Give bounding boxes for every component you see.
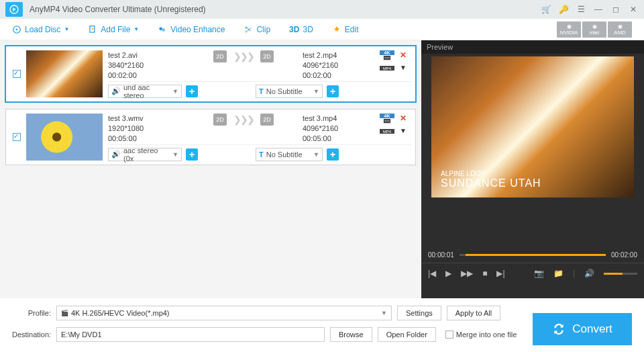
- item-checkbox[interactable]: [13, 133, 21, 141]
- dst-format-badge[interactable]: 2D: [260, 50, 274, 62]
- volume-icon[interactable]: 🔊: [584, 269, 594, 278]
- chevron-down-icon: ▼: [172, 151, 178, 158]
- browse-button[interactable]: Browse: [330, 327, 372, 342]
- add-subtitle-button[interactable]: +: [327, 148, 339, 161]
- video-enhance-label: Video Enhance: [170, 25, 225, 34]
- arrows-icon: ❯❯❯: [233, 51, 254, 62]
- svg-point-15: [388, 120, 390, 122]
- add-subtitle-button[interactable]: +: [327, 85, 339, 97]
- subtitle-value: No Subtitle: [266, 150, 303, 159]
- file-item[interactable]: test 3.wmv 1920*1080 00:05:00 2D ❯❯❯ 2D …: [5, 109, 416, 165]
- seek-bar[interactable]: [460, 254, 606, 256]
- load-disc-label: Load Disc: [25, 25, 60, 34]
- app-title: AnyMP4 Video Converter Ultimate (Unregis…: [30, 5, 206, 14]
- file-item[interactable]: test 2.avi 3840*2160 00:02:00 2D ❯❯❯ 2D …: [5, 46, 416, 102]
- svg-point-10: [386, 57, 388, 58]
- svg-point-11: [388, 57, 390, 58]
- close-icon[interactable]: ✕: [628, 4, 639, 15]
- preview-label: Preview: [421, 40, 644, 54]
- subtitle-value: No Subtitle: [266, 87, 303, 95]
- dst-format-badge[interactable]: 2D: [260, 114, 274, 126]
- stop-button[interactable]: ■: [482, 269, 487, 278]
- destination-label: Destination:: [12, 331, 51, 339]
- expand-item-button[interactable]: ▼: [400, 64, 407, 71]
- menu-icon[interactable]: ☰: [576, 4, 586, 15]
- convert-button[interactable]: Convert: [533, 313, 632, 345]
- add-file-button[interactable]: Add File ▼: [88, 25, 139, 34]
- minimize-icon[interactable]: —: [593, 4, 604, 15]
- audio-value: aac stereo (0x: [123, 146, 170, 163]
- fast-forward-button[interactable]: ▶▶: [461, 269, 473, 278]
- src-format-badge[interactable]: 2D: [213, 50, 227, 62]
- snapshot-button[interactable]: 📷: [534, 269, 544, 278]
- edit-button[interactable]: Edit: [332, 25, 359, 34]
- clip-label: Clip: [256, 25, 270, 34]
- subtitle-select[interactable]: T No Subtitle ▼: [256, 148, 323, 161]
- disc-icon: [12, 25, 21, 34]
- settings-button[interactable]: Settings: [397, 306, 441, 320]
- svg-point-2: [16, 28, 17, 30]
- profile-format-icon: 🎬: [61, 310, 68, 316]
- merge-checkbox[interactable]: Merge into one file: [445, 331, 517, 339]
- add-file-icon: [88, 25, 97, 34]
- time-total: 00:02:00: [611, 251, 637, 259]
- destination-input[interactable]: E:\My DVD1: [56, 327, 325, 342]
- profile-value: 4K H.265/HEVC Video(*.mp4): [71, 309, 170, 317]
- volume-slider[interactable]: [604, 273, 637, 275]
- edit-label: Edit: [345, 25, 359, 34]
- open-folder-button[interactable]: 📁: [553, 269, 564, 278]
- app-logo: [5, 2, 23, 17]
- load-disc-button[interactable]: Load Disc ▼: [12, 25, 69, 34]
- profile-label: Profile:: [12, 309, 51, 317]
- source-info: test 3.wmv 1920*1080 00:05:00: [108, 114, 184, 144]
- toolbar: Load Disc ▼ Add File ▼ Video Enhance Cli…: [0, 19, 644, 40]
- audio-track-select[interactable]: 🔊 aac stereo (0x ▼: [108, 148, 182, 161]
- remove-item-button[interactable]: ✕: [400, 114, 407, 123]
- next-button[interactable]: ▶|: [496, 269, 504, 278]
- chevron-down-icon: ▼: [381, 310, 387, 316]
- speaker-icon: 🔊: [111, 87, 121, 95]
- svg-point-9: [385, 57, 386, 58]
- arrows-icon: ❯❯❯: [233, 114, 254, 125]
- gpu-nvidia: ◉NVIDIA: [557, 21, 581, 38]
- add-audio-button[interactable]: +: [186, 148, 198, 161]
- src-format-badge[interactable]: 2D: [213, 114, 227, 126]
- convert-label: Convert: [572, 322, 612, 336]
- 3d-button[interactable]: 3D 3D: [289, 25, 313, 34]
- svg-point-13: [385, 120, 386, 122]
- profile-select[interactable]: 🎬 4K H.265/HEVC Video(*.mp4) ▼: [56, 306, 392, 320]
- merge-label: Merge into one file: [456, 331, 517, 339]
- preview-video[interactable]: ALPINE LOOP SUNDANCE UTAH: [431, 56, 634, 197]
- preview-pane: Preview ALPINE LOOP SUNDANCE UTAH 00:00:…: [421, 40, 644, 298]
- subtitle-select[interactable]: T No Subtitle ▼: [256, 85, 323, 98]
- chevron-down-icon: ▼: [313, 88, 319, 95]
- bottom-bar: Profile: 🎬 4K H.265/HEVC Video(*.mp4) ▼ …: [0, 298, 644, 352]
- audio-track-select[interactable]: 🔊 und aac stereo ▼: [108, 85, 182, 98]
- preview-overlay-text: ALPINE LOOP SUNDANCE UTAH: [441, 170, 541, 189]
- cart-icon[interactable]: 🛒: [541, 4, 551, 15]
- clip-button[interactable]: Clip: [244, 25, 270, 34]
- dest-info: test 3.mp4 4096*2160 00:05:00: [303, 114, 379, 144]
- thumbnail[interactable]: [26, 114, 103, 161]
- speaker-icon: 🔊: [111, 150, 121, 159]
- expand-item-button[interactable]: ▼: [400, 127, 407, 134]
- open-folder-button[interactable]: Open Folder: [378, 327, 436, 342]
- destination-value: E:\My DVD1: [61, 331, 102, 339]
- gpu-amd: ◉AMD: [608, 21, 632, 38]
- svg-point-7: [246, 30, 247, 32]
- key-icon[interactable]: 🔑: [558, 4, 569, 15]
- play-button[interactable]: ▶: [445, 269, 451, 278]
- add-audio-button[interactable]: +: [186, 85, 198, 97]
- thumbnail[interactable]: [26, 50, 103, 97]
- source-info: test 2.avi 3840*2160 00:02:00: [108, 50, 184, 81]
- item-checkbox[interactable]: [13, 70, 21, 78]
- prev-button[interactable]: |◀: [428, 269, 436, 278]
- maximize-icon[interactable]: ◻: [610, 4, 621, 15]
- video-enhance-button[interactable]: Video Enhance: [158, 25, 225, 34]
- chevron-down-icon: ▼: [313, 151, 319, 158]
- svg-point-4: [160, 27, 163, 30]
- remove-item-button[interactable]: ✕: [400, 50, 407, 60]
- svg-point-5: [162, 28, 166, 32]
- apply-all-button[interactable]: Apply to All: [447, 306, 500, 320]
- chevron-down-icon: ▼: [172, 88, 178, 95]
